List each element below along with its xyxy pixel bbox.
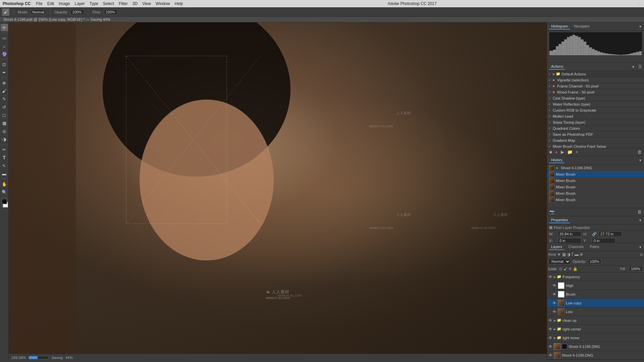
history-item-mixer-5[interactable]: Mixer Brush <box>547 196 644 203</box>
action-play[interactable]: ■ <box>553 90 556 94</box>
action-sepia-toning[interactable]: ✓ Sepia Toning (layer) <box>547 119 644 125</box>
menu-view[interactable]: View <box>142 1 151 6</box>
layer-eye-icon[interactable]: 👁 <box>548 344 553 349</box>
action-wood-frame[interactable]: ✓ ■ Wood Frame - 50 pixel <box>547 89 644 95</box>
paths-tab[interactable]: Paths <box>588 244 601 250</box>
delete-action-btn[interactable]: 🗑 <box>636 149 643 155</box>
crop-tool[interactable]: ⊡ <box>1 61 8 68</box>
layer-frequency-group[interactable]: 👁 ▶ 📁 Frequency <box>547 273 644 281</box>
menu-filter[interactable]: Filter <box>119 1 128 6</box>
new-snapshot-btn[interactable]: 📷 <box>548 209 556 215</box>
action-folder-default[interactable]: ✓ ▶ 📁 Default Actions <box>547 71 644 77</box>
props-y-value[interactable] <box>592 238 615 243</box>
clone-stamp-tool[interactable]: ✎ <box>1 95 8 103</box>
layer-right-corner[interactable]: 👁 ▶ 📁 right corner <box>547 325 644 334</box>
actions-menu-icon[interactable]: ☰ <box>638 64 642 69</box>
layer-eye-icon[interactable]: 👁 <box>548 318 553 323</box>
props-x-value[interactable] <box>558 238 581 243</box>
action-check[interactable]: ✓ <box>548 127 552 130</box>
menu-image[interactable]: Image <box>59 1 70 6</box>
action-check[interactable]: ✓ <box>548 90 552 94</box>
action-water-reflection[interactable]: ✓ Water Reflection (type) <box>547 101 644 107</box>
action-check[interactable]: ✓ <box>548 84 552 88</box>
shape-filter-icon[interactable]: ▬ <box>575 252 579 257</box>
blur-tool[interactable]: ◎ <box>1 127 8 135</box>
layers-tab[interactable]: Layers <box>549 244 564 250</box>
lock-all-icon[interactable]: 🔒 <box>573 267 578 271</box>
history-item-mixer-4[interactable]: Mixer Brush <box>547 190 644 196</box>
brush-tool-icon[interactable]: 🖌 <box>2 8 9 16</box>
action-frame-channel[interactable]: ✓ ■ Frame Channel - 50 pixel <box>547 83 644 89</box>
menu-edit[interactable]: Edit <box>47 1 54 6</box>
action-check[interactable]: ✓ <box>548 103 552 106</box>
canvas-area[interactable]: 人人素材 www.rr-sc.com 人人素材 www.rr-sc.com ww… <box>9 22 547 361</box>
action-check[interactable]: ✓ <box>548 115 552 118</box>
adjustment-filter-icon[interactable]: ◑ <box>567 252 570 257</box>
blend-mode-select[interactable]: Normal <box>548 258 571 264</box>
layer-eye-icon[interactable]: 👁 <box>552 292 557 297</box>
layer-expand-icon[interactable]: ▶ <box>554 327 556 331</box>
action-check[interactable]: ✓ <box>548 121 552 124</box>
layer-eye-icon[interactable]: 👁 <box>548 275 553 279</box>
layer-eye-icon[interactable]: 👁 <box>552 283 557 288</box>
layer-expand-icon[interactable]: ▶ <box>554 336 556 340</box>
opacity-input[interactable] <box>588 259 601 264</box>
layer-brush[interactable]: 👁 Brush <box>547 290 644 299</box>
healing-brush-tool[interactable]: ⊕ <box>1 79 8 86</box>
channels-tab[interactable]: Channels <box>566 244 586 250</box>
action-save-pdf[interactable]: ✓ Save as Photoshop PDF <box>547 131 644 137</box>
quick-select-tool[interactable]: 🔮 <box>1 50 8 58</box>
layer-expand-icon[interactable]: ▶ <box>554 275 556 279</box>
layer-eye-icon[interactable]: 👁 <box>552 301 557 305</box>
props-w-value[interactable] <box>558 231 581 237</box>
layer-light-move[interactable]: 👁 ▶ 📁 light move <box>547 334 644 342</box>
mode-value[interactable]: Normal <box>31 9 46 15</box>
delete-history-btn[interactable]: 🗑 <box>636 209 643 215</box>
layer-eye-icon[interactable]: 👁 <box>548 336 553 340</box>
actions-collapse[interactable]: ▼ <box>632 65 635 69</box>
action-check[interactable]: ✓ <box>548 72 552 76</box>
action-mixer-brush[interactable]: ✓ Mixer Brush Cloning Paint Setup <box>547 143 644 148</box>
menu-window[interactable]: Window <box>156 1 170 6</box>
action-check[interactable]: ✓ <box>548 145 552 148</box>
layer-clean-up[interactable]: 👁 ▶ 📁 clean up <box>547 316 644 325</box>
stop-action-btn[interactable]: ■ <box>548 149 553 155</box>
eraser-tool[interactable]: ◻ <box>1 111 8 119</box>
history-collapse[interactable]: ▼ <box>639 159 642 162</box>
opacity-value[interactable]: 100% <box>70 9 84 15</box>
eyedropper-tool[interactable]: ✒ <box>1 69 8 76</box>
action-vignette[interactable]: ✓ ■ Vignette (selection) <box>547 77 644 83</box>
action-check[interactable]: ✓ <box>548 78 552 82</box>
layer-low[interactable]: 👁 Low <box>547 307 644 316</box>
action-molten-lead[interactable]: ✓ Molten Lead <box>547 113 644 119</box>
zoom-tool[interactable]: 🔍 <box>1 188 8 196</box>
histogram-tab[interactable]: Histogram <box>549 23 570 29</box>
history-tab[interactable]: History <box>549 157 565 163</box>
menu-help[interactable]: Help <box>175 1 183 6</box>
action-play[interactable]: ■ <box>553 84 556 88</box>
history-item-mixer-2[interactable]: Mixer Brush <box>547 177 644 184</box>
layer-shoot-dng-smart[interactable]: 👁 Shoot 4-1196.DNG <box>547 342 644 351</box>
properties-collapse[interactable]: ▼ <box>639 219 642 222</box>
new-action-set-btn[interactable]: 📁 <box>566 149 574 155</box>
layer-low-copy[interactable]: 👁 Low copy <box>547 299 644 307</box>
hand-tool[interactable]: ✋ <box>1 180 8 188</box>
props-h-value[interactable] <box>599 231 622 237</box>
action-cast-shadow[interactable]: ✓ Cast Shadow (type) <box>547 95 644 101</box>
layers-collapse[interactable]: ▼ <box>639 245 642 249</box>
new-action-btn[interactable]: + <box>575 149 579 155</box>
menu-select[interactable]: Select <box>103 1 114 6</box>
histogram-collapse[interactable]: ▼ <box>639 25 642 28</box>
path-select-tool[interactable]: ↖ <box>1 162 8 169</box>
action-check[interactable]: ✓ <box>548 109 552 112</box>
record-action-btn[interactable]: ● <box>554 149 559 155</box>
action-rgb-grayscale[interactable]: ✓ Custom RGB to Grayscale <box>547 107 644 113</box>
brush-tool[interactable]: 🖌 <box>1 87 8 95</box>
filter-dropdown-arrow[interactable]: ▼ <box>557 252 561 256</box>
type-filter-icon[interactable]: T <box>571 252 574 257</box>
action-play[interactable]: ■ <box>553 78 556 82</box>
gradient-tool[interactable]: ▦ <box>1 119 8 127</box>
lock-image-icon[interactable]: 🖌 <box>564 267 567 271</box>
action-quadrant-colors[interactable]: ✓ Quadrant Colors <box>547 125 644 131</box>
foreground-color[interactable] <box>2 199 7 204</box>
